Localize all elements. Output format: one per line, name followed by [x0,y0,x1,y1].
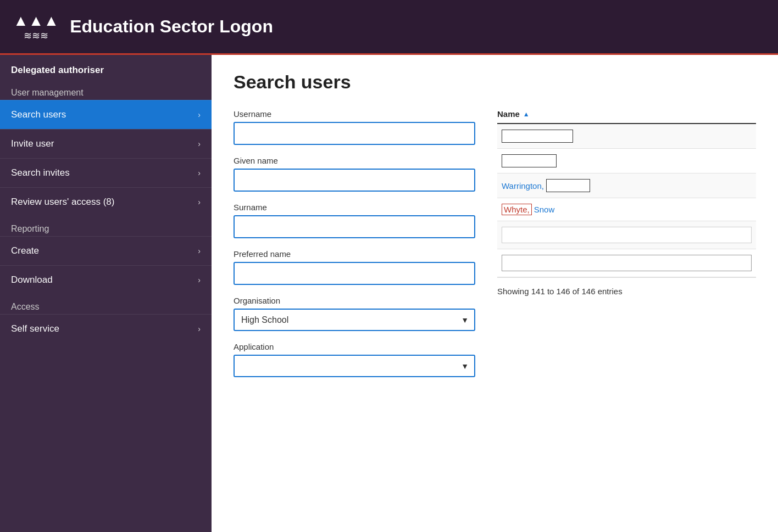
app-header: ▲▲▲ ≋≋≋ Education Sector Logon [0,0,778,55]
logo-mountains-icon: ▲▲▲ [13,13,59,29]
sidebar-user-management-label: User management [0,80,212,100]
pagination-info: Showing 141 to 146 of 146 entries [497,287,756,296]
sidebar-item-create-label: Create [11,245,39,256]
column-name-header[interactable]: Name ▲ [497,109,530,119]
chevron-right-icon: › [198,198,201,206]
page-title: Search users [234,71,756,93]
preferred-name-label: Preferred name [234,249,475,259]
sidebar-item-search-users-label: Search users [11,109,66,120]
organisation-label: Organisation [234,296,475,305]
organisation-field-group: Organisation High School Primary School … [234,296,475,331]
sidebar-item-search-invites-label: Search invites [11,167,70,178]
application-label: Application [234,342,475,351]
table-row [497,124,756,149]
chevron-right-icon: › [198,110,201,119]
user-link-warrington[interactable]: Warrington, [502,181,544,191]
username-field-group: Username [234,109,475,145]
user-link-snow[interactable]: Snow [534,205,555,214]
sidebar-item-review-users-access[interactable]: Review users' access (8) › [0,187,212,216]
chevron-right-icon: › [198,324,201,333]
name-filter-input[interactable] [502,255,752,271]
sort-ascending-icon[interactable]: ▲ [523,110,530,118]
sidebar-access-label: Access [0,294,212,314]
table-row [497,249,756,277]
row-content: Warrington, [502,179,752,192]
given-name-field-group: Given name [234,156,475,192]
chevron-right-icon: › [198,276,201,284]
sidebar-item-create[interactable]: Create › [0,236,212,265]
surname-field-group: Surname [234,203,475,238]
main-layout: Delegated authoriser User management Sea… [0,55,778,532]
given-name-label: Given name [234,156,475,165]
chevron-right-icon: › [198,247,201,255]
column-name-label: Name [497,109,520,119]
sidebar-item-self-service-label: Self service [11,323,59,334]
name-filter-input[interactable] [502,227,752,243]
given-name-input[interactable] [234,169,475,192]
results-rows: Warrington, Whyte, Snow [497,124,756,278]
sidebar-item-download[interactable]: Download › [0,265,212,294]
main-content: Search users Username Given name Surname… [212,55,778,532]
organisation-select-wrapper: High School Primary School All ▼ [234,309,475,331]
name-filter-input[interactable] [502,130,573,143]
username-label: Username [234,109,475,119]
table-row: Warrington, [497,173,756,198]
application-field-group: Application ▼ [234,342,475,377]
user-link-whyte[interactable]: Whyte, [502,204,532,215]
table-row [497,149,756,173]
name-filter-input[interactable] [502,154,557,167]
app-title: Education Sector Logon [70,16,273,37]
organisation-select[interactable]: High School Primary School All [234,309,475,331]
surname-label: Surname [234,203,475,212]
logo-waves-icon: ≋≋≋ [24,31,48,41]
sidebar-item-download-label: Download [11,275,53,285]
sidebar-reporting-label: Reporting [0,216,212,236]
sidebar-item-review-users-access-label: Review users' access (8) [11,197,114,208]
application-select-wrapper: ▼ [234,355,475,377]
row-content: Whyte, Snow [502,204,752,215]
application-select[interactable] [234,355,475,377]
preferred-name-field-group: Preferred name [234,249,475,285]
table-row: Whyte, Snow [497,198,756,221]
sidebar-item-search-users[interactable]: Search users › [0,100,212,129]
sidebar: Delegated authoriser User management Sea… [0,55,212,532]
search-form: Username Given name Surname Preferred na… [234,109,475,388]
logo: ▲▲▲ ≋≋≋ [13,13,59,41]
username-input[interactable] [234,122,475,145]
sidebar-item-search-invites[interactable]: Search invites › [0,158,212,187]
sidebar-item-self-service[interactable]: Self service › [0,314,212,343]
search-layout: Username Given name Surname Preferred na… [234,109,756,388]
sidebar-delegated-title: Delegated authoriser [0,55,212,80]
chevron-right-icon: › [198,139,201,148]
sidebar-item-invite-user-label: Invite user [11,138,54,149]
sidebar-item-invite-user[interactable]: Invite user › [0,129,212,158]
surname-input[interactable] [234,215,475,238]
results-table-header: Name ▲ [497,109,756,124]
results-panel: Name ▲ Warring [497,109,756,388]
name-filter-input[interactable] [546,179,590,192]
chevron-right-icon: › [198,169,201,177]
preferred-name-input[interactable] [234,262,475,285]
table-row [497,221,756,249]
